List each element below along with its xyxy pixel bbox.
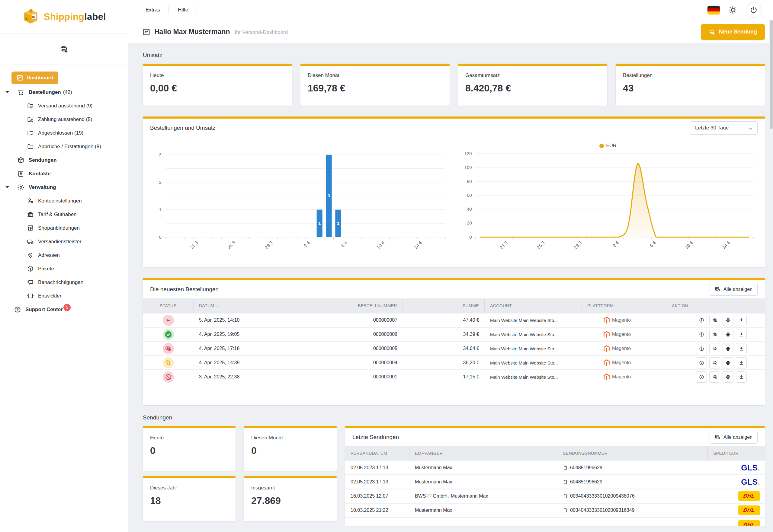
- sidebar-item-abbrueche-erstattungen[interactable]: Abbrüche / Erstattungen (8): [0, 140, 128, 153]
- dashboard-chart-icon: [16, 74, 24, 81]
- sidebar-item-kontoeinstellungen[interactable]: Kontoeinstellungen: [0, 194, 128, 208]
- order-row[interactable]: 4. Apr. 2025, 17:18 000000005 34,64 € Ma…: [143, 341, 765, 355]
- page-title: Hallo Max Mustermann: [154, 28, 230, 36]
- order-download-button[interactable]: [736, 343, 747, 354]
- shipment-row[interactable]: 02.05.2023 17:13 Mustermann Max 60485199…: [345, 460, 765, 474]
- sidebar-item-sendungen[interactable]: Sendungen: [0, 153, 128, 167]
- umsatz-section-title: Umsatz: [143, 52, 765, 59]
- svg-text:14.4: 14.4: [413, 240, 423, 250]
- order-create-label-button[interactable]: [709, 357, 720, 368]
- order-row[interactable]: 4. Apr. 2025, 19:05 000000006 34,39 € Ma…: [143, 327, 765, 341]
- order-row[interactable]: 3. Apr. 2025, 22:38 000000001 17,15 € Ma…: [143, 369, 765, 384]
- caret-down-icon[interactable]: [5, 91, 9, 93]
- quick-print-label-button[interactable]: [55, 40, 73, 58]
- sidebar-item-zahlung-ausstehend[interactable]: Zahlung ausstehend (5): [0, 113, 128, 126]
- menu-extras[interactable]: Extras: [145, 7, 168, 13]
- sidebar-item-versanddienstleister[interactable]: Versandienstleister: [0, 235, 128, 248]
- logout-power-button[interactable]: [746, 2, 762, 18]
- svg-text:6.4: 6.4: [649, 240, 657, 248]
- sidebar-item-kontakte[interactable]: Kontakte: [0, 167, 128, 180]
- shipments-panel-title: Letzte Sendungen: [352, 434, 399, 441]
- sidebar-item-entwickler[interactable]: { } Entwickler: [0, 289, 128, 303]
- magento-icon: [604, 374, 610, 381]
- menu-hilfe[interactable]: Hilfe: [177, 7, 196, 13]
- sidebar-item-dashboard[interactable]: Dashboard: [0, 70, 128, 85]
- sidebar-item-versand-ausstehend[interactable]: Versand ausstehend (9): [0, 99, 128, 113]
- shipment-row[interactable]: 10.03.2025 21:22 Mustermann Max 00340433…: [345, 503, 765, 517]
- order-create-label-button[interactable]: [709, 371, 720, 383]
- sidebar-item-tarif-guthaben[interactable]: Tarif & Guthaben: [0, 208, 128, 221]
- svg-text:6.4: 6.4: [340, 240, 348, 248]
- order-download-button[interactable]: [736, 329, 747, 340]
- svg-text:80: 80: [467, 179, 472, 184]
- svg-text:2.4: 2.4: [612, 240, 620, 248]
- order-info-button[interactable]: [696, 371, 707, 383]
- sidebar-item-bestellungen[interactable]: Bestellungen (42): [0, 85, 128, 99]
- stat-card-gesamtumsatz: Gesamtumsatz 8.420,78 €: [458, 64, 607, 106]
- sidebar-item-abgeschlossen[interactable]: Abgeschlossen (19): [0, 126, 128, 140]
- theme-toggle-button[interactable]: [728, 5, 737, 14]
- gear-icon: [17, 184, 24, 191]
- revenue-line-chart: 02040608010012021.325.329.32.46.410.414.…: [458, 149, 758, 262]
- shipments-table-header: VERSANDDATUM EMPFÄNGER SENDUNGSNUMMER SP…: [345, 446, 765, 460]
- order-print-button[interactable]: [723, 371, 733, 383]
- shipment-row-partial[interactable]: DHL: [345, 517, 765, 526]
- clipboard-icon: [563, 494, 568, 499]
- ship-card-heute: Heute 0: [143, 426, 235, 471]
- order-info-button[interactable]: [696, 329, 707, 340]
- sidebar-item-verwaltung[interactable]: Verwaltung: [0, 180, 128, 194]
- shipment-row[interactable]: 02.05.2023 17:13 Mustermann Max 60485199…: [345, 474, 765, 489]
- sidebar-item-support-center[interactable]: Support Center 1: [0, 303, 128, 316]
- order-row[interactable]: 4. Apr. 2025, 14:39 000000004 36,20 € Ma…: [143, 355, 765, 369]
- language-flag-german[interactable]: [708, 6, 720, 14]
- print-icon: [726, 318, 731, 323]
- svg-text:3: 3: [159, 152, 161, 157]
- order-info-button[interactable]: [696, 315, 707, 326]
- print-icon: [726, 374, 731, 380]
- sidebar-toolbar: [0, 34, 128, 65]
- sidebar-item-benachrichtigungen[interactable]: Benachrichtigungen: [0, 276, 128, 289]
- order-download-button[interactable]: [736, 315, 747, 326]
- brand-logo[interactable]: Shippinglabel: [0, 0, 128, 34]
- shipment-row[interactable]: 16.03.2025 12:07 BWS IT GmbH , Musterman…: [345, 489, 765, 503]
- contact-card-icon: [17, 170, 24, 177]
- date-range-select[interactable]: Letzte 30 Tage ⌄: [690, 121, 758, 135]
- printer-plus-icon: [712, 332, 717, 337]
- order-download-button[interactable]: [736, 371, 747, 383]
- package-logo-icon: [22, 8, 40, 26]
- svg-text:{ }: { }: [27, 293, 34, 298]
- sidebar-item-pakete[interactable]: Pakete: [0, 262, 128, 276]
- order-create-label-button[interactable]: [709, 315, 720, 326]
- order-info-button[interactable]: [696, 343, 707, 354]
- shipments-show-all-button[interactable]: Alle anzeigen: [710, 431, 758, 444]
- sun-icon: [728, 5, 737, 14]
- status-canceled-icon: [163, 371, 174, 383]
- orders-show-all-button[interactable]: Alle anzeigen: [710, 283, 758, 296]
- footer: BWS Shippinglabel v1.3.3 · Impressum · D…: [143, 530, 765, 532]
- order-print-button[interactable]: [723, 357, 733, 368]
- order-print-button[interactable]: [723, 329, 733, 340]
- clipboard-icon: [563, 508, 568, 513]
- new-shipment-button[interactable]: Neue Sendung: [701, 24, 765, 40]
- brand-name: Shippinglabel: [44, 11, 106, 22]
- order-download-button[interactable]: [736, 357, 747, 368]
- svg-text:2.4: 2.4: [303, 240, 311, 248]
- order-create-label-button[interactable]: [709, 343, 720, 354]
- sidebar-item-shopanbindungen[interactable]: Shopanbindungen: [0, 221, 128, 235]
- app: Shippinglabel Dashboard: [0, 0, 773, 532]
- magento-icon: [604, 345, 610, 352]
- svg-text:21.3: 21.3: [189, 240, 199, 250]
- orders-sort-datum[interactable]: DATUM↓: [193, 299, 298, 313]
- order-print-button[interactable]: [723, 315, 733, 326]
- order-row[interactable]: 5. Apr. 2025, 14:10 000000007 47,40 € Ma…: [143, 313, 765, 327]
- order-print-button[interactable]: [723, 343, 733, 354]
- order-create-label-button[interactable]: [709, 329, 720, 340]
- svg-text:100: 100: [465, 165, 472, 170]
- order-info-button[interactable]: [696, 357, 707, 368]
- svg-text:14.4: 14.4: [721, 240, 731, 250]
- caret-down-icon[interactable]: [5, 186, 9, 188]
- vertical-scrollbar[interactable]: [769, 20, 773, 532]
- scrollbar-thumb[interactable]: [770, 20, 773, 129]
- sidebar-item-adressen[interactable]: Adressen: [0, 248, 128, 262]
- ship-card-insgesamt: Insgesamt 27.869: [244, 476, 337, 521]
